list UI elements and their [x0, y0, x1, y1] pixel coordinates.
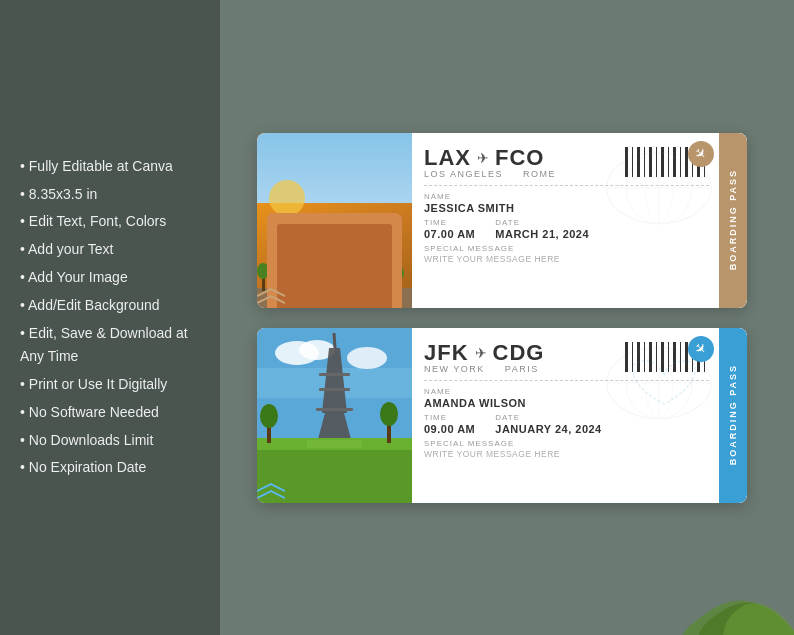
ticket1-arrow: ✈ — [477, 150, 489, 166]
ticket1-time-value: 07.00 AM — [424, 228, 475, 240]
svg-point-0 — [269, 180, 305, 216]
feature-item-6: Add/Edit Background — [20, 292, 200, 320]
feature-item-1: Fully Editable at Canva — [20, 153, 200, 181]
leaf-decoration — [674, 515, 794, 635]
feature-item-10: No Downloads Limit — [20, 427, 200, 455]
ticket1-time-field: TIME 07.00 AM — [424, 218, 475, 240]
svg-point-27 — [347, 347, 387, 369]
ticket2-plane-badge: ✈ — [688, 336, 714, 362]
svg-point-10 — [322, 243, 340, 267]
ticket2-from-city: NEW YORK — [424, 364, 485, 374]
ticket2-to-code: CDG — [493, 340, 545, 366]
ticket2-date-label: DATE — [495, 413, 601, 422]
features-list: Fully Editable at Canva 8.35x3.5 in Edit… — [20, 153, 200, 483]
feature-item-3: Edit Text, Font, Colors — [20, 208, 200, 236]
ticket1-to-code: FCO — [495, 145, 544, 171]
ticket2-boarding-pass-label: BOARDING PASS — [719, 328, 747, 503]
svg-point-7 — [365, 214, 385, 242]
ticket1-boarding-pass-label: BOARDING PASS — [719, 133, 747, 308]
svg-point-5 — [321, 214, 341, 242]
ticket2-route: JFK ✈ CDG NEW YORK PARIS — [424, 340, 625, 374]
ticket2-time-field: TIME 09.00 AM — [424, 413, 475, 435]
svg-point-4 — [299, 214, 319, 242]
ticket2-date-field: DATE JANUARY 24, 2024 — [495, 413, 601, 435]
ticket2-from-code: JFK — [424, 340, 469, 366]
ticket1-date-label: DATE — [495, 218, 589, 227]
ticket2-to-city: PARIS — [505, 364, 539, 374]
ticket1-message-label: SPECIAL MESSAGE — [424, 244, 709, 253]
ticket1-boarding-pass-text: BOARDING PASS — [728, 169, 738, 270]
ticket1-to-city: ROME — [523, 169, 556, 179]
ticket2-message-field: SPECIAL MESSAGE WRITE YOUR MESSAGE HERE — [424, 439, 709, 459]
svg-point-12 — [366, 243, 384, 267]
feature-item-4: Add your Text — [20, 236, 200, 264]
svg-rect-30 — [319, 373, 350, 376]
ticket1-route-codes: LAX ✈ FCO — [424, 145, 625, 171]
feature-item-5: Add Your Image — [20, 264, 200, 292]
ticket2-message-value: WRITE YOUR MESSAGE HERE — [424, 449, 709, 459]
ticket1-route: LAX ✈ FCO LOS ANGELES ROME — [424, 145, 625, 179]
svg-point-17 — [392, 266, 404, 280]
svg-point-3 — [277, 214, 297, 242]
feature-item-7: Edit, Save & Download at Any Time — [20, 320, 200, 372]
feature-item-9: No Software Needed — [20, 399, 200, 427]
ticket1-cities: LOS ANGELES ROME — [424, 169, 625, 179]
svg-rect-31 — [319, 388, 350, 391]
ticket2-route-codes: JFK ✈ CDG — [424, 340, 625, 366]
svg-rect-32 — [316, 408, 353, 411]
svg-point-1 — [269, 248, 399, 308]
main-content: ✈ LAX ✈ FCO LOS ANGELES ROME — [220, 0, 794, 635]
svg-point-39 — [260, 404, 278, 428]
ticket1-plane-badge: ✈ — [688, 141, 714, 167]
svg-point-9 — [300, 243, 318, 267]
ticket2-arrow: ✈ — [475, 345, 487, 361]
ticket1-date-value: MARCH 21, 2024 — [495, 228, 589, 240]
svg-rect-16 — [397, 275, 400, 291]
svg-point-11 — [344, 243, 362, 267]
ticket1-from-city: LOS ANGELES — [424, 169, 503, 179]
svg-point-8 — [278, 243, 296, 267]
ticket2-content: ✈ JFK ✈ CDG NEW YORK PARIS — [412, 328, 719, 503]
feature-item-11: No Expiration Date — [20, 454, 200, 482]
ticket2-date-value: JANUARY 24, 2024 — [495, 423, 601, 435]
svg-rect-2 — [269, 213, 399, 293]
ticket1-time-label: TIME — [424, 218, 475, 227]
ticket1-message-value: WRITE YOUR MESSAGE HERE — [424, 254, 709, 264]
ticket2-time-label: TIME — [424, 413, 475, 422]
svg-point-41 — [380, 402, 398, 426]
ticket2-message-label: SPECIAL MESSAGE — [424, 439, 709, 448]
feature-item-2: 8.35x3.5 in — [20, 181, 200, 209]
ticket2-cities: NEW YORK PARIS — [424, 364, 625, 374]
ticket2-boarding-pass-text: BOARDING PASS — [728, 364, 738, 465]
boarding-pass-1: ✈ LAX ✈ FCO LOS ANGELES ROME — [257, 133, 747, 308]
ticket2-time-value: 09.00 AM — [424, 423, 475, 435]
feature-item-8: Print or Use It Digitally — [20, 371, 200, 399]
ticket1-from-code: LAX — [424, 145, 471, 171]
boarding-pass-2: ✈ JFK ✈ CDG NEW YORK PARIS — [257, 328, 747, 503]
svg-line-34 — [334, 333, 335, 348]
ticket1-content: ✈ LAX ✈ FCO LOS ANGELES ROME — [412, 133, 719, 308]
ticket1-date-field: DATE MARCH 21, 2024 — [495, 218, 589, 240]
ticket1-message-field: SPECIAL MESSAGE WRITE YOUR MESSAGE HERE — [424, 244, 709, 264]
svg-point-6 — [343, 214, 363, 242]
svg-rect-37 — [307, 440, 362, 448]
sidebar: Fully Editable at Canva 8.35x3.5 in Edit… — [0, 0, 220, 635]
